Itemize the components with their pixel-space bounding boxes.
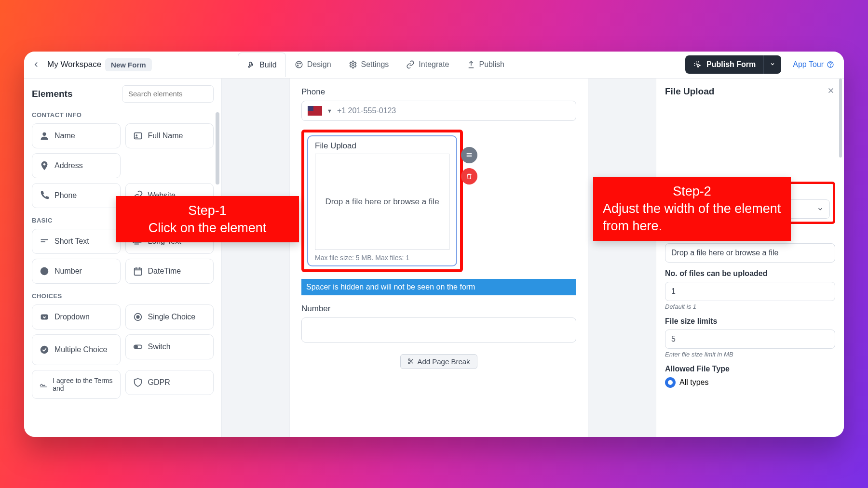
element-menu-button[interactable] [461, 147, 477, 163]
number-field[interactable]: Number [301, 304, 576, 343]
properties-panel: File Upload Field Width 50% Upload Text … [656, 79, 844, 437]
form-builder-window: My Workspace New Form Build Design Setti… [24, 52, 844, 437]
step1-heading: Step-1 [125, 202, 289, 219]
element-datetime[interactable]: DateTime [125, 259, 214, 284]
calendar-icon [133, 266, 143, 277]
tab-build[interactable]: Build [238, 53, 286, 77]
tab-design[interactable]: Design [286, 53, 340, 77]
element-gdpr[interactable]: GDPR [125, 370, 214, 395]
radio-icon [133, 312, 143, 322]
phone-field[interactable]: Phone ▼ +1 201-555-0123 [301, 87, 576, 121]
svg-rect-16 [41, 314, 48, 319]
filesize-help: Enter file size limit in MB [665, 351, 835, 358]
publish-form-button[interactable]: Publish Form [685, 55, 781, 74]
step2-body: Adjust the width of the element from her… [603, 200, 781, 235]
window-scrollbar[interactable] [839, 79, 842, 158]
files-count-input[interactable] [665, 282, 835, 301]
category-choices: CHOICES [32, 292, 214, 300]
filesize-label: File size limits [665, 317, 835, 326]
user-badge-icon [133, 131, 143, 141]
tab-settings-label: Settings [361, 60, 389, 69]
filetype-label: Allowed File Type [665, 365, 835, 373]
arrow-left-icon [32, 60, 41, 69]
element-address[interactable]: Address [32, 153, 121, 178]
close-icon [827, 86, 835, 95]
filesize-input[interactable] [665, 330, 835, 349]
form-canvas[interactable]: Phone ▼ +1 201-555-0123 File Upload Drop… [289, 79, 588, 437]
svg-point-14 [41, 267, 49, 275]
pin-icon [39, 160, 50, 171]
tab-settings[interactable]: Settings [340, 53, 398, 77]
svg-point-0 [296, 61, 302, 68]
country-caret-icon[interactable]: ▼ [327, 108, 332, 114]
workspace-name[interactable]: My Workspace [47, 60, 101, 69]
radio-selected-icon [665, 377, 676, 388]
add-page-break-button[interactable]: Add Page Break [400, 354, 477, 369]
svg-point-7 [42, 132, 46, 135]
phone-label: Phone [301, 87, 576, 97]
svg-point-2 [299, 63, 300, 64]
svg-rect-8 [134, 132, 141, 139]
tab-build-label: Build [259, 61, 277, 69]
switch-icon [133, 342, 143, 352]
files-count-help: Default is 1 [665, 303, 835, 310]
gear-icon [349, 60, 357, 69]
file-upload-element[interactable]: File Upload Drop a file here or browse a… [307, 135, 457, 266]
check-circle-icon [39, 344, 50, 355]
upload-text-input[interactable] [665, 243, 835, 263]
step1-callout: Step-1 Click on the element [116, 196, 299, 243]
svg-point-18 [136, 316, 139, 318]
tab-publish[interactable]: Publish [458, 53, 513, 77]
help-circle-icon [827, 61, 834, 68]
element-phone[interactable]: Phone [32, 183, 121, 208]
topbar: My Workspace New Form Build Design Setti… [24, 52, 844, 79]
step2-callout: Step-2 Adjust the width of the element f… [593, 177, 791, 241]
app-tour-link[interactable]: App Tour [788, 56, 839, 73]
search-elements-input[interactable] [122, 85, 214, 103]
svg-point-9 [136, 134, 137, 136]
filetype-all-option[interactable]: All types [665, 377, 835, 388]
element-name[interactable]: Name [32, 123, 121, 148]
form-name-pill[interactable]: New Form [105, 58, 152, 71]
tab-integrate[interactable]: Integrate [397, 53, 458, 77]
us-flag-icon[interactable] [308, 106, 322, 116]
file-upload-highlight: File Upload Drop a file here or browse a… [301, 130, 463, 272]
element-dropdown[interactable]: Dropdown [32, 304, 121, 330]
file-upload-hint: Max file size: 5 MB. Max files: 1 [315, 254, 449, 262]
back-button[interactable] [29, 57, 43, 72]
spacer-notice[interactable]: Spacer is hidden and will not be seen on… [301, 279, 576, 295]
element-delete-button[interactable] [461, 168, 477, 185]
svg-point-21 [135, 345, 137, 348]
publish-label: Publish Form [706, 60, 756, 69]
element-shorttext[interactable]: Short Text [32, 229, 121, 254]
svg-point-6 [830, 66, 830, 66]
element-switch[interactable]: Switch [125, 334, 214, 359]
element-number[interactable]: Number [32, 259, 121, 284]
svg-point-19 [41, 345, 49, 354]
element-terms[interactable]: I agree to the Terms and [32, 370, 121, 399]
main-tabs: Build Design Settings Integrate Publish [238, 53, 513, 77]
element-multiplechoice[interactable]: Multiple Choice [32, 334, 121, 365]
step1-body: Click on the element [125, 219, 289, 237]
phone-icon [39, 190, 50, 201]
svg-point-4 [352, 64, 354, 66]
page-break-label: Add Page Break [417, 357, 470, 366]
element-fullname[interactable]: Full Name [125, 123, 214, 148]
number-input[interactable] [301, 317, 576, 343]
chevron-down-icon [770, 61, 775, 67]
close-properties-button[interactable] [827, 86, 835, 96]
left-scrollbar[interactable] [216, 112, 219, 185]
step2-heading: Step-2 [603, 183, 781, 200]
file-dropzone[interactable]: Drop a file here or browse a file [315, 154, 449, 250]
element-singlechoice[interactable]: Single Choice [125, 304, 214, 330]
number-icon [39, 266, 50, 277]
scissors-icon [407, 358, 414, 365]
dropdown-icon [39, 312, 50, 322]
breadcrumb: My Workspace New Form [47, 58, 152, 71]
svg-point-22 [408, 359, 410, 361]
phone-input[interactable]: ▼ +1 201-555-0123 [301, 101, 576, 121]
app-tour-label: App Tour [793, 60, 824, 69]
menu-icon [465, 151, 473, 159]
tab-design-label: Design [307, 60, 331, 69]
publish-caret[interactable] [763, 55, 781, 74]
